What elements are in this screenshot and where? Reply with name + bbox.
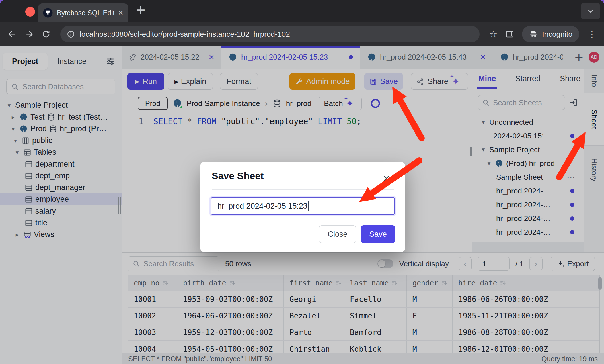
close-button[interactable]: Close bbox=[319, 225, 356, 243]
url-text: localhost:8080/sql-editor/prod-sample-in… bbox=[80, 30, 290, 39]
browser-menu-icon[interactable]: ⋮ bbox=[587, 29, 597, 40]
forward-button[interactable] bbox=[25, 30, 34, 39]
sheet-name-input[interactable]: hr_prod 2024-02-05 15:23 bbox=[211, 197, 395, 215]
divider bbox=[212, 189, 394, 190]
incognito-icon bbox=[529, 30, 538, 39]
screenshot-root: Bytebase SQL Editor ✕ + localhost:8080/s… bbox=[0, 0, 604, 364]
browser-tab[interactable]: Bytebase SQL Editor ✕ bbox=[38, 3, 128, 22]
address-bar[interactable]: localhost:8080/sql-editor/prod-sample-in… bbox=[60, 26, 480, 42]
save-button[interactable]: Save bbox=[361, 225, 395, 243]
bookmark-star-icon[interactable]: ☆ bbox=[489, 29, 498, 40]
browser-tab-title: Bytebase SQL Editor bbox=[57, 9, 114, 17]
window-close-button[interactable] bbox=[25, 7, 35, 17]
reload-button[interactable] bbox=[42, 30, 50, 38]
site-info-icon[interactable] bbox=[67, 30, 75, 38]
new-tab-button[interactable]: + bbox=[135, 2, 146, 17]
dialog-title: Save Sheet bbox=[212, 170, 405, 181]
side-panel-icon[interactable] bbox=[505, 30, 514, 38]
save-sheet-dialog: Save Sheet ✕ hr_prod 2024-02-05 15:23 Cl… bbox=[200, 162, 405, 252]
tab-search-button[interactable] bbox=[581, 3, 600, 19]
back-button[interactable] bbox=[7, 30, 17, 39]
incognito-label: Incognito bbox=[542, 30, 572, 39]
text-cursor bbox=[308, 201, 309, 211]
browser-tab-close-icon[interactable]: ✕ bbox=[118, 9, 124, 17]
incognito-badge: Incognito bbox=[522, 26, 579, 42]
bytebase-favicon bbox=[43, 8, 53, 18]
browser-titlebar: Bytebase SQL Editor ✕ + bbox=[0, 0, 604, 22]
browser-navbar: localhost:8080/sql-editor/prod-sample-in… bbox=[0, 22, 604, 46]
sql-editor-app: Project Instance Search Databases ▾ Samp… bbox=[0, 46, 604, 364]
dialog-close-icon[interactable]: ✕ bbox=[383, 173, 390, 184]
browser-window: Bytebase SQL Editor ✕ + localhost:8080/s… bbox=[0, 0, 604, 364]
chevron-down-icon bbox=[587, 7, 595, 15]
